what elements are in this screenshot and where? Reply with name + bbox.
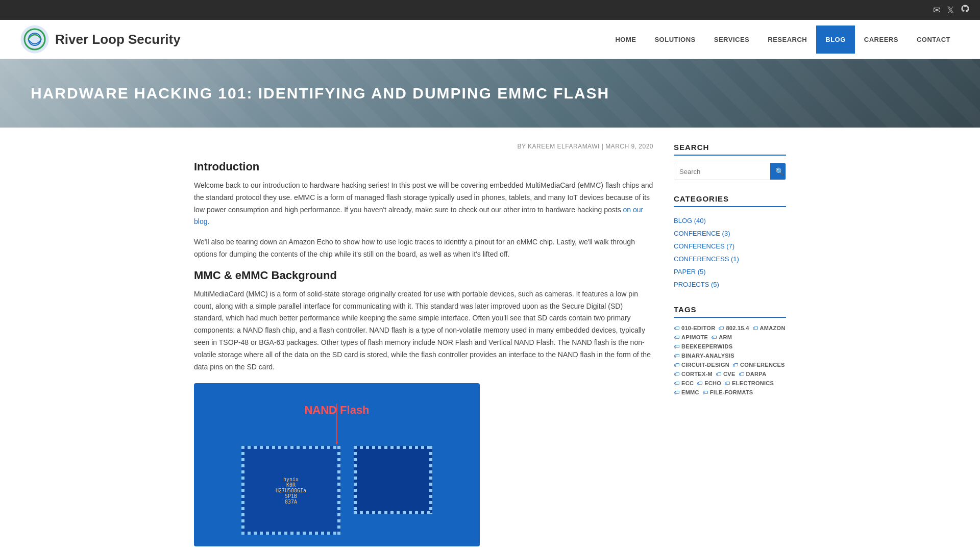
tag-icon: 🏷 [752, 325, 758, 331]
tag-icon: 🏷 [674, 334, 679, 340]
nav-contact[interactable]: CONTACT [908, 26, 960, 54]
category-conferencess[interactable]: CONFERENCESS (1) [674, 253, 786, 265]
tag-binary-analysis[interactable]: 🏷BINARY-ANALYSIS [674, 353, 734, 359]
tag-icon: 🏷 [674, 325, 679, 331]
search-section: SEARCH 🔍 [674, 143, 786, 180]
chip-label: hynixK0RH27U5086IaSP1B837A [276, 477, 306, 505]
chip-image-left: hynixK0RH27U5086IaSP1B837A [240, 444, 342, 536]
nav-research[interactable]: RESEARCH [758, 26, 816, 54]
categories-section: CATEGORIES BLOG (40) CONFERENCE (3) CONF… [674, 194, 786, 291]
tag-cve[interactable]: 🏷CVE [716, 371, 736, 377]
tags-heading: TAGS [674, 305, 786, 318]
category-conference[interactable]: CONFERENCE (3) [674, 227, 786, 240]
category-paper[interactable]: PAPER (5) [674, 265, 786, 278]
article-image: NAND Flash hynixK0RH27U5086IaSP1B837A [194, 383, 480, 546]
tag-file-formats[interactable]: 🏷FILE-FORMATS [702, 389, 753, 395]
search-button[interactable]: 🔍 [770, 163, 786, 180]
search-input[interactable] [674, 164, 770, 180]
tag-ecc[interactable]: 🏷ECC [674, 380, 694, 386]
category-projects[interactable]: PROJECTS (5) [674, 278, 786, 291]
page-title: HARDWARE HACKING 101: IDENTIFYING AND DU… [31, 85, 949, 102]
tags-area: 🏷010-EDITOR 🏷802.15.4 🏷AMAZON 🏷APIMOTE 🏷… [674, 325, 786, 395]
tag-icon: 🏷 [716, 371, 721, 377]
tag-darpa[interactable]: 🏷DARPA [739, 371, 767, 377]
nav-careers[interactable]: CAREERS [855, 26, 908, 54]
tag-apimote[interactable]: 🏷APIMOTE [674, 334, 708, 340]
logo-icon [20, 25, 49, 54]
main-nav: HOME SOLUTIONS SERVICES RESEARCH BLOG CA… [606, 26, 960, 54]
email-icon[interactable]: ✉ [933, 5, 941, 16]
tag-icon: 🏷 [674, 380, 679, 386]
nav-blog[interactable]: BLOG [816, 26, 855, 54]
topbar: ✉ 𝕏 [0, 0, 980, 20]
tag-icon: 🏷 [702, 389, 708, 395]
tag-icon: 🏷 [697, 380, 702, 386]
tag-010-editor[interactable]: 🏷010-EDITOR [674, 325, 715, 331]
nav-solutions[interactable]: SOLUTIONS [645, 26, 704, 54]
intro-paragraph-2: We'll also be tearing down an Amazon Ech… [194, 236, 653, 261]
chip-image-right [352, 444, 434, 516]
logo-area: River Loop Security [20, 25, 606, 54]
tag-icon: 🏷 [711, 334, 717, 340]
intro-heading: Introduction [194, 160, 653, 173]
site-title: River Loop Security [55, 32, 181, 47]
arrow-line [336, 404, 338, 444]
tag-arm[interactable]: 🏷ARM [711, 334, 732, 340]
tag-icon: 🏷 [674, 371, 679, 377]
categories-heading: CATEGORIES [674, 194, 786, 207]
search-heading: SEARCH [674, 143, 786, 156]
main-content: BY KAREEM ELFARAMAWI | MARCH 9, 2020 Int… [184, 128, 796, 551]
tag-electronics[interactable]: 🏷ELECTRONICS [724, 380, 774, 386]
twitter-icon[interactable]: 𝕏 [947, 5, 954, 16]
tag-icon: 🏷 [739, 371, 744, 377]
tag-802154[interactable]: 🏷802.15.4 [718, 325, 749, 331]
header: River Loop Security HOME SOLUTIONS SERVI… [0, 20, 980, 59]
article-meta: BY KAREEM ELFARAMAWI | MARCH 9, 2020 [194, 143, 653, 150]
tag-icon: 🏷 [724, 380, 730, 386]
nav-home[interactable]: HOME [606, 26, 645, 54]
tag-icon: 🏷 [732, 362, 738, 368]
intro-paragraph-1: Welcome back to our introduction to hard… [194, 180, 653, 228]
tag-icon: 🏷 [718, 325, 724, 331]
category-blog[interactable]: BLOG (40) [674, 214, 786, 227]
sidebar: SEARCH 🔍 CATEGORIES BLOG (40) CONFERENCE… [674, 143, 786, 546]
tag-circuit-design[interactable]: 🏷CIRCUIT-DESIGN [674, 362, 729, 368]
tag-icon: 🏷 [674, 353, 679, 359]
article-area: BY KAREEM ELFARAMAWI | MARCH 9, 2020 Int… [194, 143, 653, 546]
tag-emmc[interactable]: 🏷EMMC [674, 389, 699, 395]
tag-cortex-m[interactable]: 🏷CORTEX-M [674, 371, 713, 377]
tag-icon: 🏷 [674, 362, 679, 368]
hero-banner: HARDWARE HACKING 101: IDENTIFYING AND DU… [0, 59, 980, 128]
tag-amazon[interactable]: 🏷AMAZON [752, 325, 786, 331]
tag-beekeeperwids[interactable]: 🏷BEEKEEPERWIDS [674, 343, 732, 349]
tag-conferences[interactable]: 🏷CONFERENCES [732, 362, 785, 368]
tag-echo[interactable]: 🏷ECHO [697, 380, 721, 386]
category-conferences[interactable]: CONFERENCES (7) [674, 240, 786, 253]
github-icon[interactable] [961, 4, 970, 16]
tag-icon: 🏷 [674, 343, 679, 349]
nav-services[interactable]: SERVICES [705, 26, 759, 54]
search-box: 🔍 [674, 163, 786, 180]
tags-section: TAGS 🏷010-EDITOR 🏷802.15.4 🏷AMAZON 🏷APIM… [674, 305, 786, 395]
bg-paragraph: MultiMediaCard (MMC) is a form of solid-… [194, 288, 653, 373]
tag-icon: 🏷 [674, 389, 679, 395]
bg-heading: MMC & eMMC Background [194, 269, 653, 282]
